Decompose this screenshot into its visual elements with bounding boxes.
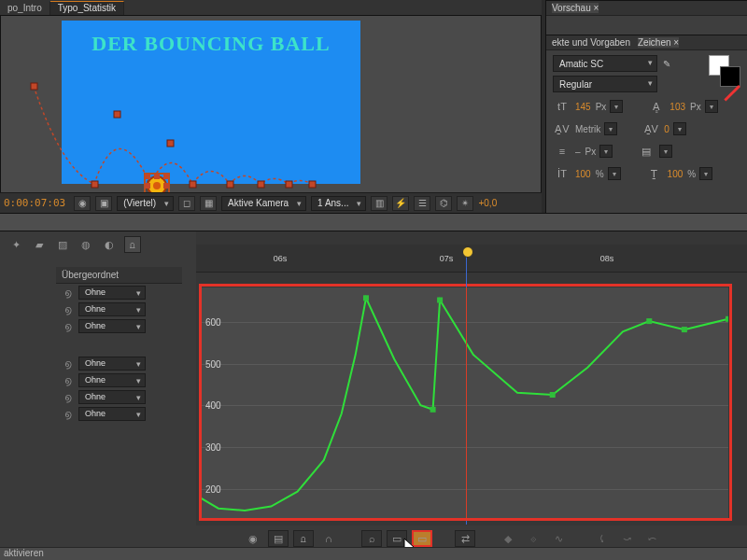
hscale-value[interactable]: 100 xyxy=(668,169,684,179)
vscale-dd[interactable]: ▾ xyxy=(608,167,621,180)
zoom-icon[interactable]: ⌕ xyxy=(361,530,382,547)
vscale-value[interactable]: 100 xyxy=(575,169,591,179)
svg-rect-5 xyxy=(190,181,196,188)
hscale-dd[interactable]: ▾ xyxy=(699,167,712,180)
shy-icon[interactable]: ✦ xyxy=(7,236,24,253)
parent-dropdown[interactable]: Ohne xyxy=(78,286,146,300)
graph-editor[interactable]: 06s 07s 08s 600 500 400 300 200 xyxy=(196,231,747,525)
separate-dims-icon[interactable]: ⇄ xyxy=(455,530,475,547)
roi-icon[interactable]: ◻ xyxy=(178,196,195,211)
flowchart-icon[interactable]: ⌬ xyxy=(435,196,452,211)
transparency-icon[interactable]: ▦ xyxy=(200,196,217,211)
svg-rect-2 xyxy=(114,111,120,118)
tracking-icon: A̱V xyxy=(641,121,660,136)
reset-exposure-icon[interactable]: ✴ xyxy=(457,196,473,211)
exposure-value[interactable]: +0,0 xyxy=(478,198,497,208)
tab-project[interactable]: po_Intro xyxy=(0,2,50,15)
tab-effects[interactable]: ekte und Vorgaben xyxy=(552,37,630,48)
font-size-value[interactable]: 145 xyxy=(575,102,591,112)
composition-preview-panel: DER BOUNCING BALL xyxy=(0,15,542,200)
graph-toolbar: ◉ ▤ ⩍ ∩ ⌕ ▭ ▭ ⇄ ◆ ⟐ ∿ ⤹ ⤻ ⤺ xyxy=(196,528,747,549)
parent-rows-group2: ൭Ohne ൭Ohne ൭Ohne ൭Ohne xyxy=(56,355,182,422)
timeline-icon[interactable]: ☰ xyxy=(414,196,430,211)
timeline-panel: ✦ ▰ ▨ ◍ ◐ ⩍ Übergeordnet ൭Ohne ൭Ohne ൭Oh… xyxy=(0,231,747,560)
preview-toolbar: 0:00:07:03 ◉ ▣ (Viertel) ◻ ▦ Aktive Kame… xyxy=(0,192,542,213)
parent-row: ൭Ohne xyxy=(56,317,182,334)
ease-icon[interactable]: ∿ xyxy=(548,530,569,547)
easy-ease-out-icon[interactable]: ⤺ xyxy=(641,530,662,547)
easy-ease-icon[interactable]: ⤻ xyxy=(616,530,637,547)
eye-icon[interactable]: ◉ xyxy=(243,530,263,547)
parent-rows-group1: ൭Ohne ൭Ohne ൭Ohne xyxy=(56,284,182,334)
parent-dropdown[interactable]: Ohne xyxy=(78,319,146,333)
tracking-dd[interactable]: ▾ xyxy=(673,122,686,135)
parent-dropdown[interactable]: Ohne xyxy=(78,357,146,371)
parent-dropdown[interactable]: Ohne xyxy=(78,390,146,404)
project-tabs: po_Intro Typo_Statistik xyxy=(0,0,542,15)
parent-row: ൭Ohne xyxy=(56,301,182,317)
svg-rect-17 xyxy=(154,174,160,179)
resolution-dropdown[interactable]: (Viertel) xyxy=(117,196,174,211)
parent-column: Übergeordnet ൭Ohne ൭Ohne ൭Ohne ൭Ohne ൭Oh… xyxy=(56,267,182,422)
hscale-icon: Ṯ xyxy=(645,166,664,181)
pickwhip-icon[interactable]: ൭ xyxy=(61,319,74,332)
pickwhip-icon[interactable]: ൭ xyxy=(61,302,74,315)
horizontal-divider[interactable] xyxy=(0,213,747,231)
convert-icon[interactable]: ⟐ xyxy=(523,530,543,547)
tab-comp[interactable]: Typo_Statistik xyxy=(50,1,124,15)
adjustment-icon[interactable]: ◐ xyxy=(101,236,118,253)
views-dropdown[interactable]: 1 Ans... xyxy=(311,196,366,211)
snapshot-icon[interactable]: ◉ xyxy=(74,196,91,211)
kerning-dd[interactable]: ▾ xyxy=(604,122,617,135)
stroke-style-icon: ▤ xyxy=(637,144,655,159)
stroke-style-dd[interactable]: ▾ xyxy=(659,145,672,158)
pickwhip-icon[interactable]: ൭ xyxy=(61,407,74,420)
pickwhip-icon[interactable]: ൭ xyxy=(61,373,74,386)
kerning-value[interactable]: Metrik xyxy=(575,124,600,134)
graph-editor-toggle[interactable]: ⩍ xyxy=(124,236,141,253)
parent-dropdown[interactable]: Ohne xyxy=(78,302,146,316)
tracking-value[interactable]: 0 xyxy=(664,124,669,134)
font-family-dropdown[interactable]: Amatic SC xyxy=(553,55,657,72)
parent-dropdown[interactable]: Ohne xyxy=(78,407,146,421)
fill-stroke-swatches[interactable] xyxy=(709,55,740,87)
font-size-dd[interactable]: ▾ xyxy=(610,100,623,113)
pixel-aspect-icon[interactable]: ▥ xyxy=(371,196,388,211)
leading-icon: A͇ xyxy=(647,99,666,114)
pickwhip-icon[interactable]: ൭ xyxy=(61,390,74,403)
mask-icon[interactable]: ▣ xyxy=(95,196,112,211)
snap-icon[interactable]: ∩ xyxy=(318,530,339,547)
stroke-value[interactable]: – xyxy=(575,147,581,157)
fast-preview-icon[interactable]: ⚡ xyxy=(392,196,409,211)
easy-ease-in-icon[interactable]: ⤹ xyxy=(591,530,612,547)
parent-row: ൭Ohne xyxy=(56,388,182,405)
frame-blend-icon[interactable]: ▰ xyxy=(31,236,48,253)
timecode[interactable]: 0:00:07:03 xyxy=(4,197,69,209)
leading-value[interactable]: 103 xyxy=(669,102,685,112)
parent-row: ൭Ohne xyxy=(56,371,182,388)
svg-rect-13 xyxy=(145,174,150,179)
svg-rect-20 xyxy=(163,183,169,189)
edit-keys-icon[interactable]: ◆ xyxy=(498,530,518,547)
eyedropper-icon[interactable]: ✎ xyxy=(663,59,670,69)
pickwhip-icon[interactable]: ൭ xyxy=(61,357,74,370)
svg-rect-1 xyxy=(92,181,98,188)
pickwhip-icon[interactable]: ൭ xyxy=(61,286,74,299)
props-icon[interactable]: ▤ xyxy=(268,530,289,547)
tab-vorschau[interactable]: Vorschau × xyxy=(552,3,599,13)
parent-column-header[interactable]: Übergeordnet xyxy=(56,267,182,284)
svg-rect-0 xyxy=(31,83,37,90)
font-style-dropdown[interactable]: Regular xyxy=(553,76,657,92)
stroke-dd[interactable]: ▾ xyxy=(599,145,613,158)
leading-dd[interactable]: ▾ xyxy=(705,100,718,113)
motion-blur-icon[interactable]: ▨ xyxy=(54,236,71,253)
parent-dropdown[interactable]: Ohne xyxy=(78,373,146,387)
composition-viewport[interactable]: DER BOUNCING BALL xyxy=(62,21,360,184)
current-time-indicator xyxy=(466,287,467,521)
brain-icon[interactable]: ◍ xyxy=(78,236,94,253)
camera-dropdown[interactable]: Aktive Kamera xyxy=(221,196,306,211)
graphtype-icon[interactable]: ⩍ xyxy=(293,530,314,547)
character-panel: Amatic SC ✎ Regular tT 145 Px ▾ A͇ 103 P… xyxy=(546,50,747,188)
vscale-icon: İT xyxy=(553,166,571,181)
tab-character[interactable]: Zeichen × xyxy=(638,37,679,48)
